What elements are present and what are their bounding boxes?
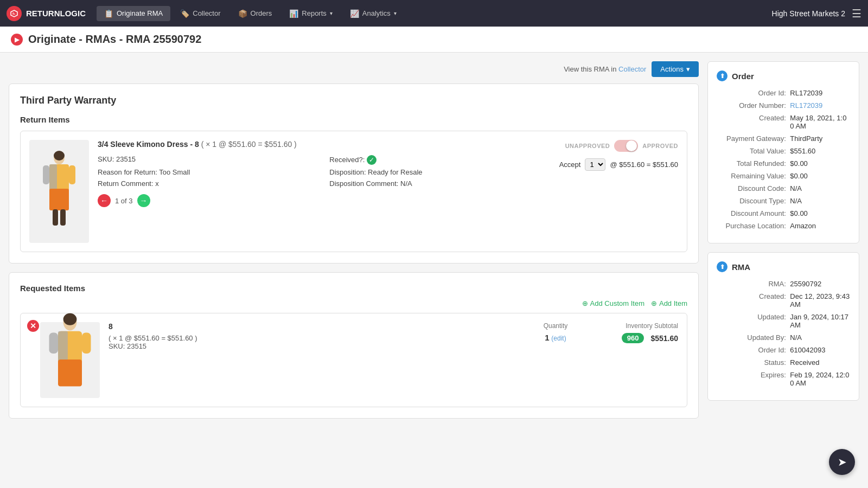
rma-info-row: Status:Received [717,358,850,367]
item-actions-right: UNAPPROVED APPROVED Accept 123 @ $551.60… [559,140,678,243]
store-name: High Street Markets 2 [772,9,845,18]
order-field-label: Remaining Value: [717,172,786,180]
add-item-button[interactable]: ⊕ Add Item [651,299,687,307]
rma-field-value: Received [790,358,850,367]
toggle-track[interactable] [614,140,638,152]
order-card-title: ⬆ Order [717,70,850,81]
nav-analytics-label: Analytics [362,9,391,17]
nav-orders-label: Orders [251,9,272,17]
approval-toggle[interactable]: UNAPPROVED APPROVED [565,140,678,152]
nav-item-collector[interactable]: 🏷️ Collector [173,6,228,21]
order-info-row: Total Value:$551.60 [717,147,850,155]
disposition-comment-field: Disposition Comment: N/A [329,179,550,188]
order-field-value: $0.00 [790,159,850,168]
disposition-field: Disposition: Ready for Resale [329,168,550,176]
svg-rect-3 [49,164,57,191]
rma-field-label: RMA: [717,280,786,288]
order-field-value[interactable]: RL172039 [790,101,850,110]
actions-label: Actions [660,65,684,73]
rma-field-label: Updated By: [717,333,786,342]
order-info-row: Discount Code:N/A [717,184,850,192]
rma-field-label: Expires: [717,371,786,387]
order-field-value: Amazon [790,222,850,230]
pagination-next-button[interactable]: → [137,194,150,207]
pagination-prev-button[interactable]: ← [98,194,111,207]
reason-field: Reason for Return: Too Small [98,168,318,176]
requested-item-info: 8 ( × 1 @ $551.60 = $551.60 ) SKU: 23515 [108,322,520,350]
rma-info-row: Expires:Feb 19, 2024, 12:00 AM [717,371,850,387]
order-field-value: $0.00 [790,172,850,180]
order-field-value: N/A [790,184,850,192]
rma-icon: ⬆ [717,261,727,272]
logo-icon [7,6,22,21]
nav-collector-label: Collector [193,9,220,17]
logo[interactable]: RETURNLOGIC [7,6,86,21]
order-info-row: Total Refunded:$0.00 [717,159,850,168]
nav-item-orders[interactable]: 📦 Orders [231,6,280,21]
page-header: ▶ Originate - RMAs - RMA 25590792 [0,27,868,53]
nav-item-reports[interactable]: 📊 Reports ▾ [282,6,340,21]
inventory-section: Inventory Subtotal 960 $551.60 [591,322,678,343]
order-icon: ⬆ [717,70,727,81]
add-custom-item-button[interactable]: ⊕ Add Custom Item [582,299,644,307]
order-info-row: Purchase Location:Amazon [717,222,850,230]
order-field-label: Payment Gateway: [717,134,786,143]
received-checkmark-icon: ✓ [367,155,376,165]
rma-field-label: Updated: [717,313,786,329]
accept-qty-select[interactable]: 123 [585,158,605,171]
svg-rect-7 [53,209,58,226]
order-card: ⬆ Order Order Id:RL172039Order Number:RL… [707,61,859,243]
actions-button[interactable]: Actions ▾ [652,61,699,77]
qty-number: 1 [545,333,549,342]
unapproved-label: UNAPPROVED [565,143,610,149]
inventory-badge: 960 [622,333,644,343]
nav-item-analytics[interactable]: 📈 Analytics ▾ [342,6,404,21]
order-info-row: Payment Gateway:ThirdParty [717,134,850,143]
order-info-row: Remaining Value:$0.00 [717,172,850,180]
rma-field-value: Jan 9, 2024, 10:17 AM [790,313,850,329]
svg-rect-13 [58,359,82,387]
accept-price: @ $551.60 = $551.60 [610,160,678,169]
quantity-section: Quantity 1 (edit) [528,322,583,342]
req-item-detail: ( × 1 @ $551.60 = $551.60 ) [108,334,520,342]
hamburger-icon[interactable]: ☰ [852,7,861,20]
view-rma-text: View this RMA in Collector [564,65,646,73]
pagination-text: 1 of 3 [115,197,133,205]
reports-chevron-icon: ▾ [330,10,333,16]
order-info-row: Order Number:RL172039 [717,101,850,110]
svg-rect-14 [49,332,59,354]
third-party-title: Third Party Warranty [20,95,687,106]
page-title: Originate - RMAs - RMA 25590792 [28,33,201,46]
order-field-label: Order Number: [717,101,786,110]
requested-items-card: Requested Items ⊕ Add Custom Item ⊕ Add … [9,272,699,419]
req-item-sku: SKU: 23515 [108,342,520,350]
svg-rect-6 [69,165,75,184]
edit-quantity-link[interactable]: (edit) [551,335,566,342]
rma-field-value: Feb 19, 2024, 12:00 AM [790,371,850,387]
rma-field-label: Status: [717,358,786,367]
order-info-row: Order Id:RL172039 [717,89,850,97]
remove-item-button[interactable]: ✕ [27,320,39,332]
svg-rect-5 [43,165,49,184]
collector-link[interactable]: Collector [618,65,646,73]
rma-info-row: Created:Dec 12, 2023, 9:43 AM [717,292,850,309]
nav-right: High Street Markets 2 ☰ [772,7,861,20]
reports-icon: 📊 [289,9,298,18]
return-item-title: 3/4 Sleeve Kimono Dress - 8 ( × 1 @ $551… [98,140,551,149]
collector-icon: 🏷️ [180,9,189,18]
order-field-value: ThirdParty [790,134,850,143]
return-item-info: 3/4 Sleeve Kimono Dress - 8 ( × 1 @ $551… [98,140,551,243]
logo-text: RETURNLOGIC [26,9,86,18]
order-field-label: Total Value: [717,147,786,155]
quantity-value: 1 (edit) [528,333,583,342]
add-custom-icon: ⊕ [582,299,588,307]
nav-links: 📋 Originate RMA 🏷️ Collector 📦 Orders 📊 … [97,6,772,21]
order-field-label: Total Refunded: [717,159,786,168]
order-info-row: Created:May 18, 2021, 1:00 AM [717,114,850,130]
toggle-thumb [626,140,637,151]
main-panel: View this RMA in Collector Actions ▾ Thi… [9,61,699,427]
page-header-icon: ▶ [11,34,23,46]
rma-info-row: Updated:Jan 9, 2024, 10:17 AM [717,313,850,329]
nav-item-originate[interactable]: 📋 Originate RMA [97,6,170,21]
svg-rect-4 [49,189,69,210]
